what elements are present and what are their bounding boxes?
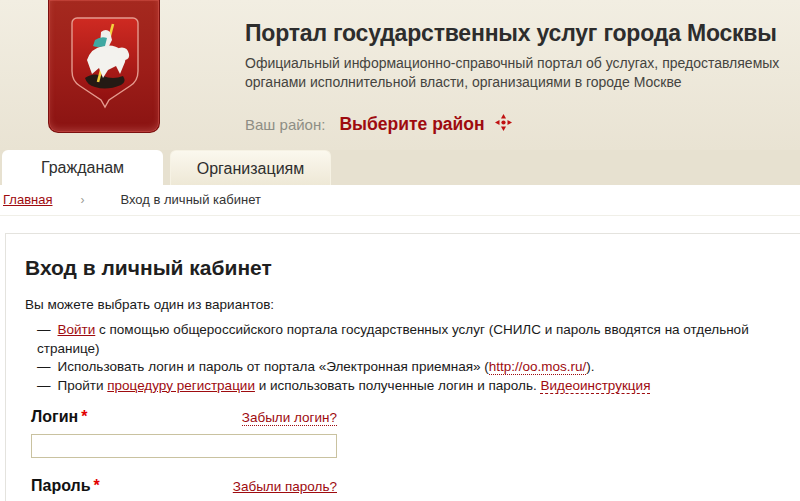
tab-citizens[interactable]: Гражданам [2,150,163,185]
select-region-link[interactable]: Выберите район [339,114,484,135]
region-selector-row: Ваш район: Выберите район [245,114,512,135]
breadcrumb-separator: › [80,193,84,207]
enter-gosuslugi-link[interactable]: Войти [58,322,96,337]
forgot-login-link[interactable]: Забыли логин? [242,410,337,426]
tab-bar: Гражданам Организациям [0,150,800,185]
login-option-gosuslugi: —Войти с помощью общероссийского портала… [25,321,800,358]
moscow-coat-of-arms-icon[interactable] [48,0,160,133]
video-instruction-link[interactable]: Видеоинструкция [540,378,650,394]
tab-organizations[interactable]: Организациям [170,150,331,185]
breadcrumb-current: Вход в личный кабинет [120,192,260,207]
login-form: Логин* Забыли логин? Пароль* Забыли паро… [25,408,800,501]
option-text: Пройти [58,378,108,393]
breadcrumb-home-link[interactable]: Главная [3,192,52,207]
registration-procedure-link[interactable]: процедуру регистрации [107,378,255,393]
page-subtitle: Официальный информационно-справочный пор… [245,54,785,92]
login-option-oo-mos: —Использовать логин и пароль от портала … [25,358,800,377]
required-asterisk: * [81,408,87,425]
option-text: Использовать логин и пароль от портала «… [58,359,489,374]
page-header: Портал государственных услуг города Моск… [0,0,800,150]
forgot-password-link[interactable]: Забыли пароль? [233,479,337,494]
required-asterisk: * [94,477,100,494]
password-field-label: Пароль* [31,477,100,495]
option-dash: — [37,359,51,374]
option-text: ). [586,359,594,374]
login-heading: Вход в личный кабинет [25,256,800,280]
login-panel: Вход в личный кабинет Вы можете выбрать … [5,233,800,501]
option-text: с помощью общероссийского портала госуда… [37,322,749,356]
breadcrumb: Главная›Вход в личный кабинет [0,185,800,216]
login-option-register: —Пройти процедуру регистрации и использо… [25,377,800,396]
locate-district-icon[interactable] [495,114,512,135]
login-intro-text: Вы можете выбрать один из вариантов: [25,297,800,312]
coat-of-arms-shield [71,16,139,116]
region-label: Ваш район: [245,116,325,133]
login-options-list: —Войти с помощью общероссийского портала… [25,321,800,395]
login-field-label: Логин* [31,408,87,426]
option-text: и использовать полученные логин и пароль… [255,378,541,393]
option-dash: — [37,378,51,393]
option-dash: — [37,322,51,337]
page-title: Портал государственных услуг города Моск… [245,20,785,47]
oo-mos-ru-link[interactable]: http://oo.mos.ru/ [489,359,587,375]
login-input[interactable] [31,434,337,458]
